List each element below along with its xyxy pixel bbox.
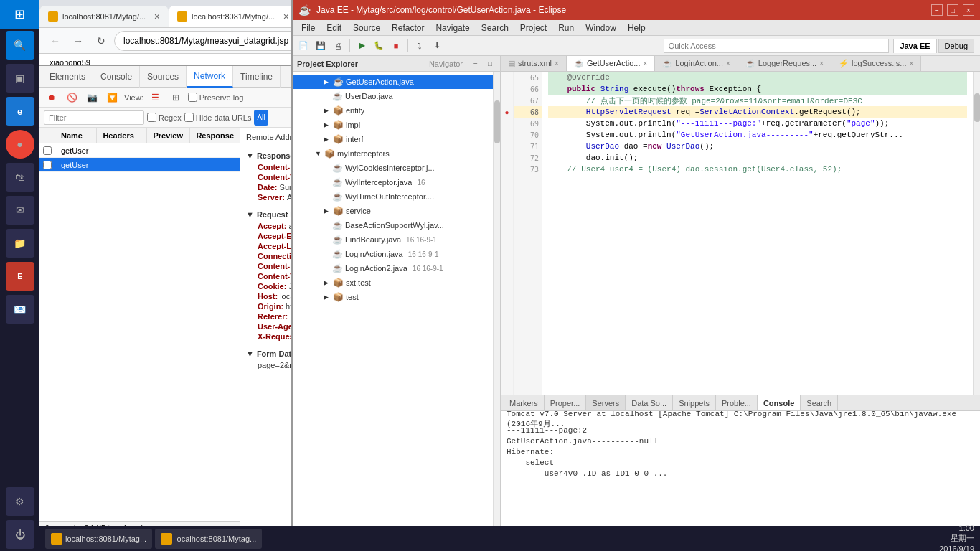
tree-item-loginaction[interactable]: ☕ LoginAction.java 16 16-9-1 bbox=[293, 247, 493, 261]
taskbar-app-browser2[interactable]: localhost:8081/Mytag... bbox=[155, 529, 262, 549]
filter-input[interactable] bbox=[44, 110, 144, 125]
print-button[interactable]: 🖨 bbox=[330, 38, 346, 54]
bottom-tab-search[interactable]: Search bbox=[801, 395, 838, 411]
menu-refactor[interactable]: Refactor bbox=[386, 20, 430, 36]
preserve-log-checkbox[interactable] bbox=[188, 93, 197, 102]
tab-close[interactable]: × bbox=[555, 60, 559, 67]
tab-close[interactable]: × bbox=[643, 60, 647, 67]
step-into-button[interactable]: ⬇ bbox=[429, 38, 445, 54]
tree-item-baseaction[interactable]: ☕ BaseActionSupportWyl.jav... bbox=[293, 218, 493, 232]
maximize-button[interactable]: □ bbox=[947, 4, 958, 16]
bottom-tab-data-sources[interactable]: Data So... bbox=[626, 395, 673, 411]
windows-logo[interactable]: ⊞ bbox=[0, 0, 39, 29]
hide-data-urls-checkbox[interactable] bbox=[184, 113, 194, 122]
menu-search[interactable]: Search bbox=[476, 20, 514, 36]
tree-scrollbar[interactable] bbox=[493, 72, 500, 531]
menu-help[interactable]: Help bbox=[622, 20, 651, 36]
tab-close[interactable]: × bbox=[909, 60, 913, 67]
taskbar-icon-search[interactable]: 🔍 bbox=[6, 31, 34, 60]
menu-window[interactable]: Window bbox=[580, 20, 622, 36]
editor-tab-logsuccess[interactable]: ⚡ logSuccess.js... × bbox=[831, 56, 921, 71]
tree-item-impl[interactable]: ▶ 📦 impl bbox=[293, 118, 493, 132]
devtools-tab-console[interactable]: Console bbox=[93, 66, 140, 88]
clear-button[interactable]: 🚫 bbox=[64, 90, 80, 105]
tree-item-wylcookies[interactable]: ☕ WylCookiesInterceptor.j... bbox=[293, 161, 493, 175]
tree-item-sxttest[interactable]: ▶ 📦 sxt.test bbox=[293, 276, 493, 290]
gutter-line-breakpoint[interactable]: ● bbox=[501, 106, 513, 118]
terminate-button[interactable]: ■ bbox=[388, 38, 404, 54]
screenshot-button[interactable]: 📷 bbox=[84, 90, 100, 105]
code-content[interactable]: @Override public String execute() throws… bbox=[542, 72, 973, 395]
bottom-tab-console[interactable]: Console bbox=[758, 395, 801, 411]
tab-close-1[interactable]: × bbox=[154, 11, 160, 22]
tree-item-test[interactable]: ▶ 📦 test bbox=[293, 290, 493, 304]
row-checkbox-1[interactable] bbox=[39, 143, 55, 157]
bottom-tab-properties[interactable]: Proper... bbox=[545, 395, 587, 411]
menu-edit[interactable]: Edit bbox=[321, 20, 347, 36]
taskbar-icon-mail2[interactable]: 📧 bbox=[6, 295, 34, 324]
taskbar-icon-store[interactable]: 🛍 bbox=[6, 163, 34, 192]
taskbar-icon-taskview[interactable]: ▣ bbox=[6, 64, 34, 93]
regex-checkbox[interactable] bbox=[147, 113, 156, 122]
menu-run[interactable]: Run bbox=[552, 20, 580, 36]
tree-item-userdao[interactable]: ☕ UserDao.java bbox=[293, 89, 493, 103]
debug-button[interactable]: 🐛 bbox=[371, 38, 387, 54]
reload-button[interactable]: ↻ bbox=[91, 31, 111, 51]
new-button[interactable]: 📄 bbox=[296, 38, 311, 54]
forward-button[interactable]: → bbox=[68, 31, 88, 51]
quick-access-input[interactable] bbox=[664, 39, 890, 53]
devtools-tab-network[interactable]: Network bbox=[187, 66, 233, 88]
taskbar-icon-eclipse[interactable]: E bbox=[6, 262, 34, 291]
tree-item-loginaction2[interactable]: ☕ LoginAction2.java 16 16-9-1 bbox=[293, 261, 493, 276]
menu-source[interactable]: Source bbox=[347, 20, 386, 36]
run-button[interactable]: ▶ bbox=[354, 38, 369, 54]
tree-item-findbeauty[interactable]: ☕ FindBeauty.java 16 16-9-1 bbox=[293, 232, 493, 247]
taskbar-app-browser1[interactable]: localhost:8081/Mytag... bbox=[45, 529, 152, 549]
bottom-tab-problems[interactable]: Proble... bbox=[716, 395, 758, 411]
list-view-button[interactable]: ☰ bbox=[148, 90, 164, 105]
bottom-tab-markers[interactable]: Markers bbox=[504, 395, 545, 411]
taskbar-icon-folders[interactable]: 📁 bbox=[6, 229, 34, 258]
bottom-tab-servers[interactable]: Servers bbox=[586, 395, 626, 411]
tree-item-entity[interactable]: ▶ 📦 entity bbox=[293, 103, 493, 118]
devtools-tab-timeline[interactable]: Timeline bbox=[233, 66, 281, 88]
tree-item-getuseraction[interactable]: ▶ ☕ GetUserAction.java bbox=[293, 75, 493, 89]
menu-file[interactable]: File bbox=[296, 20, 321, 36]
minimize-button[interactable]: − bbox=[931, 4, 943, 16]
devtools-tab-sources[interactable]: Sources bbox=[140, 66, 187, 88]
debug-perspective[interactable]: Debug bbox=[938, 39, 974, 53]
taskbar-icon-settings[interactable]: ⚙ bbox=[6, 487, 34, 516]
editor-vscroll-thumb[interactable] bbox=[974, 93, 980, 122]
browser-tab-2[interactable]: localhost:8081/Mytag/... × bbox=[169, 6, 298, 27]
minimize-panel-button[interactable]: − bbox=[470, 58, 481, 70]
request-row-1[interactable]: getUser bbox=[39, 143, 240, 158]
grid-view-button[interactable]: ⊞ bbox=[168, 90, 184, 105]
tree-item-service[interactable]: ▶ 📦 service bbox=[293, 204, 493, 218]
filter-all[interactable]: All bbox=[254, 110, 268, 126]
record-button[interactable]: ⏺ bbox=[44, 90, 60, 105]
row-checkbox-2[interactable] bbox=[39, 158, 55, 171]
menu-navigate[interactable]: Navigate bbox=[430, 20, 475, 36]
browser-tab-1[interactable]: localhost:8081/Mytag/... × bbox=[39, 6, 169, 27]
bottom-tab-snippets[interactable]: Snippets bbox=[673, 395, 716, 411]
tree-item-myinterceptors[interactable]: ▼ 📦 myInterceptors bbox=[293, 146, 493, 161]
taskbar-icon-edge[interactable]: e bbox=[6, 97, 34, 126]
editor-tab-getuseraction[interactable]: ☕ GetUserActio... × bbox=[567, 56, 655, 71]
tab-close[interactable]: × bbox=[819, 60, 824, 67]
tab-close-2[interactable]: × bbox=[283, 11, 289, 22]
menu-project[interactable]: Project bbox=[514, 20, 552, 36]
editor-vscrollbar[interactable] bbox=[973, 72, 980, 395]
editor-tab-struts[interactable]: ▤ struts.xml × bbox=[501, 56, 567, 71]
editor-tab-loggerrequest[interactable]: ☕ LoggerReques... × bbox=[738, 56, 831, 71]
tree-scroll-thumb[interactable] bbox=[494, 100, 500, 143]
taskbar-icon-power[interactable]: ⏻ bbox=[6, 520, 34, 549]
java-ee-perspective[interactable]: Java EE bbox=[893, 39, 936, 53]
devtools-tab-elements[interactable]: Elements bbox=[42, 66, 93, 88]
back-button[interactable]: ← bbox=[45, 31, 65, 51]
editor-tab-loginaction[interactable]: ☕ LoginAction... × bbox=[655, 56, 738, 71]
filter-button[interactable]: 🔽 bbox=[104, 90, 120, 105]
tree-item-wyltimeout[interactable]: ☕ WylTimeOutInterceptor.... bbox=[293, 189, 493, 204]
tree-item-interf[interactable]: ▶ 📦 interf bbox=[293, 132, 493, 146]
tree-item-wylinterceptor[interactable]: ☕ WylInterceptor.java 16 bbox=[293, 175, 493, 189]
maximize-panel-button[interactable]: □ bbox=[484, 58, 496, 70]
